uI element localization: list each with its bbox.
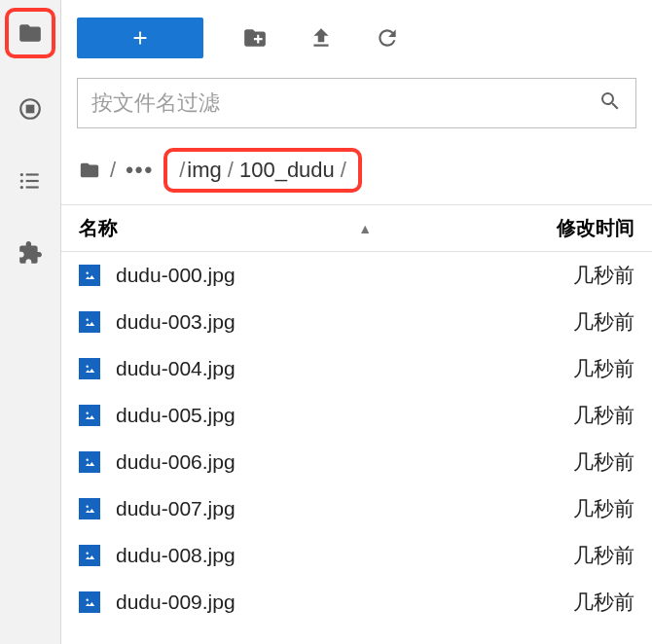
sidebar (0, 0, 61, 644)
image-file-icon (79, 498, 100, 519)
file-modified: 几秒前 (508, 589, 634, 616)
table-header: 名称 ▲ 修改时间 (61, 204, 652, 252)
breadcrumb-sep: / (228, 158, 234, 183)
image-file-icon (79, 405, 100, 426)
extension-icon (18, 240, 43, 266)
svg-point-14 (87, 553, 89, 555)
sort-indicator-icon: ▲ (358, 221, 372, 236)
file-row[interactable]: dudu-003.jpg 几秒前 (61, 299, 652, 345)
image-file-icon (79, 591, 100, 613)
svg-point-8 (87, 272, 89, 274)
column-name-label: 名称 (79, 215, 118, 241)
file-modified: 几秒前 (508, 402, 634, 429)
file-name: dudu-003.jpg (116, 310, 508, 334)
file-row[interactable]: dudu-005.jpg 几秒前 (61, 392, 652, 439)
svg-point-2 (20, 173, 23, 176)
sidebar-item-extensions[interactable] (9, 232, 52, 274)
breadcrumb-segment-img[interactable]: img (187, 158, 221, 183)
file-name: dudu-000.jpg (116, 264, 508, 287)
svg-point-13 (87, 506, 89, 508)
file-name: dudu-008.jpg (116, 544, 508, 567)
file-modified: 几秒前 (508, 355, 634, 382)
filter-input[interactable] (91, 90, 591, 116)
filter-container (61, 70, 652, 132)
refresh-button[interactable] (373, 23, 402, 53)
svg-point-15 (87, 599, 89, 601)
new-folder-button[interactable] (240, 23, 270, 53)
file-name: dudu-006.jpg (116, 450, 508, 474)
breadcrumb-current-path: / img / 100_dudu / (163, 148, 362, 193)
new-button[interactable] (77, 18, 203, 58)
breadcrumb-sep: / (179, 158, 185, 183)
svg-point-10 (87, 366, 89, 368)
plus-icon (129, 27, 151, 49)
stop-circle-icon (18, 96, 43, 122)
column-header-name[interactable]: 名称 ▲ (79, 215, 508, 241)
file-row[interactable]: dudu-008.jpg 几秒前 (61, 532, 652, 579)
folder-plus-icon (242, 25, 268, 51)
upload-icon (308, 25, 334, 51)
sidebar-item-running[interactable] (9, 88, 52, 130)
breadcrumb-root-folder[interactable] (79, 160, 100, 181)
file-modified: 几秒前 (508, 262, 634, 289)
breadcrumb-sep: / (341, 158, 346, 183)
folder-icon (79, 160, 100, 181)
column-header-modified[interactable]: 修改时间 (508, 215, 634, 241)
image-file-icon (79, 265, 100, 286)
search-icon (598, 89, 622, 117)
sidebar-item-commands[interactable] (9, 160, 52, 202)
breadcrumb-segment-dudu[interactable]: 100_dudu (239, 158, 335, 183)
file-row[interactable]: dudu-009.jpg 几秒前 (61, 579, 652, 626)
refresh-icon (375, 25, 400, 51)
file-modified: 几秒前 (508, 495, 634, 522)
file-row[interactable]: dudu-006.jpg 几秒前 (61, 439, 652, 485)
image-file-icon (79, 358, 100, 379)
svg-point-12 (87, 459, 89, 461)
svg-rect-7 (26, 186, 39, 188)
file-modified: 几秒前 (508, 308, 634, 336)
svg-point-6 (20, 186, 23, 189)
svg-rect-1 (27, 106, 34, 113)
folder-icon (18, 20, 43, 46)
file-list: dudu-000.jpg 几秒前 dudu-003.jpg 几秒前 dudu-0… (61, 252, 652, 644)
file-name: dudu-007.jpg (116, 497, 508, 520)
file-name: dudu-005.jpg (116, 404, 508, 427)
svg-rect-5 (26, 180, 39, 182)
file-row[interactable]: dudu-000.jpg 几秒前 (61, 252, 652, 299)
file-name: dudu-004.jpg (116, 357, 508, 380)
upload-button[interactable] (307, 23, 336, 53)
image-file-icon (79, 311, 100, 333)
breadcrumb-sep: / (110, 158, 116, 183)
breadcrumb-ellipsis[interactable]: ••• (126, 158, 154, 183)
file-name: dudu-009.jpg (116, 590, 508, 614)
svg-point-9 (87, 319, 89, 321)
file-modified: 几秒前 (508, 448, 634, 476)
list-icon (18, 168, 43, 194)
svg-point-4 (20, 179, 23, 182)
image-file-icon (79, 451, 100, 473)
sidebar-item-files[interactable] (5, 8, 55, 58)
breadcrumb: / ••• / img / 100_dudu / (61, 132, 652, 204)
toolbar (61, 0, 652, 70)
svg-point-11 (87, 412, 89, 414)
file-row[interactable]: dudu-004.jpg 几秒前 (61, 345, 652, 392)
main-panel: / ••• / img / 100_dudu / 名称 ▲ 修改时间 dudu-… (61, 0, 652, 644)
image-file-icon (79, 545, 100, 566)
svg-rect-3 (26, 173, 39, 175)
file-row[interactable]: dudu-007.jpg 几秒前 (61, 485, 652, 532)
file-modified: 几秒前 (508, 542, 634, 569)
filter-box[interactable] (77, 78, 636, 128)
